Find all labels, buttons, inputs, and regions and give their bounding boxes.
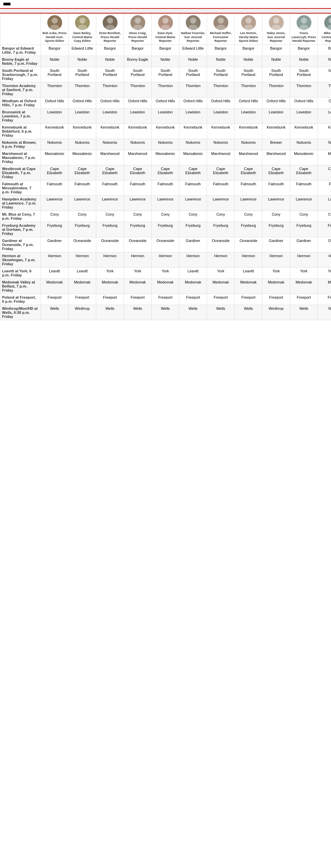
pick-cell-game5-pred10: Lew [318,109,331,124]
avatar-travis-lazarczyk [297,15,311,30]
pick-cell-game17-pred4: Medomak [152,279,179,294]
pick-cell-game10-pred4: Falmouth [152,181,179,196]
table-row: Windham at Oxford Hills, 7 p.m. FridayOx… [0,98,331,109]
pick-cell-game4-pred5: Oxford Hills [179,98,207,109]
avatar-steve-craig [130,15,145,30]
pick-cell-game3-pred10: Tho [318,82,331,98]
pick-cell-game11-pred6: Lawrence [207,196,235,211]
pick-cell-game2-pred9: South Portland [290,67,318,82]
pick-cell-game17-pred8: Medomak [262,279,290,294]
pick-cell-game17-pred5: Medomak [179,279,207,294]
pick-cell-game16-pred3: York [124,268,152,279]
pick-cell-game13-pred9: Fryeburg [290,222,318,237]
pick-cell-game10-pred9: Falmouth [290,181,318,196]
svg-point-20 [329,18,331,24]
pick-cell-game3-pred4: Thornton [152,82,179,98]
pick-cell-game0-pred7: Bangor [235,45,262,56]
pick-cell-game17-pred0: Medomak [41,279,69,294]
svg-point-5 [105,25,115,30]
pick-cell-game0-pred3: Bangor [124,45,152,56]
pick-cell-game8-pred6: Marshwood [207,150,235,165]
pick-cell-game6-pred7: Kennebunk [235,124,262,139]
pick-cell-game4-pred2: Oxford Hills [96,98,124,109]
game-cell-14: Gardiner at Oceanside, 7 p.m. Friday [0,237,41,252]
avatar-michael-hoffer [213,15,228,30]
avatar-drew-bonifant [103,15,118,30]
pick-cell-game14-pred10: Oce [318,237,331,252]
pick-cell-game11-pred2: Lawrence [96,196,124,211]
pick-cell-game13-pred7: Fryeburg [235,222,262,237]
game-cell-15: Hermon at Skowhegan, 7 p.m. Friday [0,252,41,268]
pick-cell-game2-pred5: South Portland [179,67,207,82]
game-cell-2: South Portland at Scarborough, 7 p.m. Fr… [0,67,41,82]
pick-cell-game16-pred4: York [152,268,179,279]
pick-cell-game12-pred5: Cony [179,211,207,222]
game-cell-10: Falmouth at Messalonskee, 7 p.m. Friday [0,181,41,196]
pick-cell-game4-pred8: Oxford Hills [262,98,290,109]
pick-cell-game12-pred1: Cony [69,211,96,222]
table-row: Marshwood at Massabesic, 7 p.m. FridayMa… [0,150,331,165]
pick-cell-game5-pred4: Lewiston [152,109,179,124]
game-cell-3: Thornton Academy at Sanford, 7 p.m. Frid… [0,82,41,98]
pick-cell-game16-pred0: Leavitt [41,268,69,279]
avatar-lee-horton [241,15,256,30]
pick-cell-game12-pred2: Cony [96,211,124,222]
pick-cell-game10-pred6: Falmouth [207,181,235,196]
pick-cell-game2-pred0: South Portland [41,67,69,82]
table-row: Winthrop/Mon/HD at Wells, 6:30 p.m. Frid… [0,305,331,320]
predictor-name-bob-aube: Bob Aube, Press Herald Asst. Sports Edit… [42,31,67,43]
table-row: South Portland at Scarborough, 7 p.m. Fr… [0,67,331,82]
pick-cell-game5-pred8: Lewiston [262,109,290,124]
pick-cell-game3-pred1: Thornton [69,82,96,98]
pick-cell-game13-pred4: Fryeburg [152,222,179,237]
pick-cell-game9-pred4: Cape Elizabeth [152,165,179,181]
pick-cell-game10-pred3: Falmouth [124,181,152,196]
pick-cell-game5-pred3: Lewiston [124,109,152,124]
pick-cell-game18-pred9: Freeport [290,294,318,305]
predictor-name-mike-main: Mike Main, Central Maine Reporter [319,31,331,43]
game-cell-4: Windham at Oxford Hills, 7 p.m. Friday [0,98,41,109]
table-row: Bonny Eagle at Noble, 7 p.m. FridayNoble… [0,56,331,67]
predictor-header-dave-bailey: Dave Bailey, Central Maine Copy Editor [69,14,96,45]
predictor-header-row: Bob Aube, Press Herald Asst. Sports Edit… [0,14,331,45]
predictor-header-steve-craig: Steve Craig, Press Herald Reporter [124,14,152,45]
pick-cell-game18-pred2: Freeport [96,294,124,305]
pick-cell-game9-pred7: Cape Elizabeth [235,165,262,181]
pick-cell-game8-pred3: Marshwood [124,150,152,165]
pick-cell-game4-pred0: Oxford Hills [41,98,69,109]
table-row: Falmouth at Messalonskee, 7 p.m. FridayF… [0,181,331,196]
pick-cell-game13-pred10: Frye [318,222,331,237]
pick-cell-game7-pred5: Nokomis [179,139,207,150]
pick-cell-game4-pred6: Oxford Hills [207,98,235,109]
table-row: Nokomis at Brewer, 6 p.m. FridayNokomisN… [0,139,331,150]
pick-cell-game14-pred9: Gardiner [290,237,318,252]
pick-cell-game13-pred5: Fryeburg [179,222,207,237]
pick-cell-game15-pred3: Hermon [124,252,152,268]
pick-cell-game11-pred0: Lawrence [41,196,69,211]
pick-cell-game7-pred2: Nokomis [96,139,124,150]
pick-cell-game1-pred3: Bonny Eagle [124,56,152,67]
pick-cell-game2-pred3: South Portland [124,67,152,82]
pick-cell-game12-pred6: Cony [207,211,235,222]
pick-cell-game8-pred5: Massabesic [179,150,207,165]
predictor-name-dave-dyer: Dave Dyer, Central Maine Reporter [153,31,178,43]
pick-cell-game11-pred10: Law [318,196,331,211]
pick-cell-game11-pred4: Lawrence [152,196,179,211]
pick-cell-game9-pred8: Cape Elizabeth [262,165,290,181]
pick-cell-game16-pred7: Leavitt [235,268,262,279]
pick-cell-game19-pred8: Winthrop [262,305,290,320]
pick-cell-game3-pred3: Thornton [124,82,152,98]
pick-cell-game3-pred9: Thornton [290,82,318,98]
pick-cell-game15-pred1: Hermon [69,252,96,268]
pick-cell-game11-pred9: Lawrence [290,196,318,211]
predictor-header-bob-aube: Bob Aube, Press Herald Asst. Sports Edit… [41,14,69,45]
pick-cell-game7-pred1: Nokomis [69,139,96,150]
predictor-header-michael-hoffer: Michael Hoffer, Forecaster Reporter [207,14,235,45]
pick-cell-game0-pred8: Bangor [262,45,290,56]
pick-cell-game12-pred3: Cony [124,211,152,222]
pick-cell-game0-pred6: Bangor [207,45,235,56]
pick-cell-game12-pred10: Con [318,211,331,222]
predictions-table: Bob Aube, Press Herald Asst. Sports Edit… [0,13,331,320]
pick-cell-game14-pred1: Oceanside [69,237,96,252]
pick-cell-game6-pred10: Ken [318,124,331,139]
